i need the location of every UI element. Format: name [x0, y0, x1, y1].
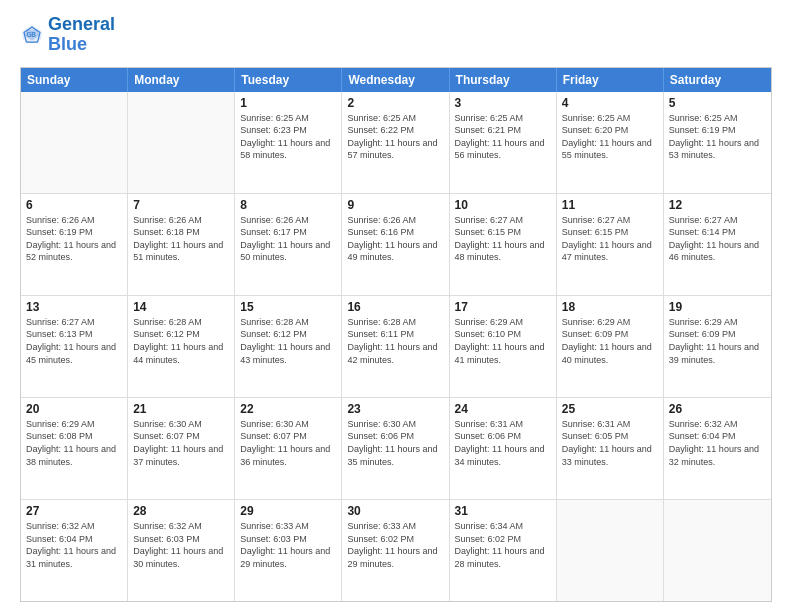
weekday-header-wednesday: Wednesday [342, 68, 449, 92]
calendar-cell: 31Sunrise: 6:34 AM Sunset: 6:02 PM Dayli… [450, 500, 557, 601]
weekday-header-tuesday: Tuesday [235, 68, 342, 92]
day-number: 9 [347, 198, 443, 212]
cell-detail: Sunrise: 6:29 AM Sunset: 6:08 PM Dayligh… [26, 418, 122, 468]
header: GB General Blue [20, 15, 772, 55]
day-number: 16 [347, 300, 443, 314]
day-number: 22 [240, 402, 336, 416]
cell-detail: Sunrise: 6:30 AM Sunset: 6:07 PM Dayligh… [240, 418, 336, 468]
day-number: 14 [133, 300, 229, 314]
calendar-cell: 23Sunrise: 6:30 AM Sunset: 6:06 PM Dayli… [342, 398, 449, 499]
day-number: 24 [455, 402, 551, 416]
day-number: 27 [26, 504, 122, 518]
cell-detail: Sunrise: 6:31 AM Sunset: 6:05 PM Dayligh… [562, 418, 658, 468]
page: GB General Blue SundayMondayTuesdayWedne… [0, 0, 792, 612]
cell-detail: Sunrise: 6:32 AM Sunset: 6:04 PM Dayligh… [669, 418, 766, 468]
cell-detail: Sunrise: 6:31 AM Sunset: 6:06 PM Dayligh… [455, 418, 551, 468]
cell-detail: Sunrise: 6:30 AM Sunset: 6:07 PM Dayligh… [133, 418, 229, 468]
calendar-cell: 11Sunrise: 6:27 AM Sunset: 6:15 PM Dayli… [557, 194, 664, 295]
cell-detail: Sunrise: 6:25 AM Sunset: 6:22 PM Dayligh… [347, 112, 443, 162]
calendar-cell: 19Sunrise: 6:29 AM Sunset: 6:09 PM Dayli… [664, 296, 771, 397]
day-number: 13 [26, 300, 122, 314]
cell-detail: Sunrise: 6:28 AM Sunset: 6:12 PM Dayligh… [133, 316, 229, 366]
calendar-cell: 27Sunrise: 6:32 AM Sunset: 6:04 PM Dayli… [21, 500, 128, 601]
calendar-cell: 14Sunrise: 6:28 AM Sunset: 6:12 PM Dayli… [128, 296, 235, 397]
calendar-cell: 26Sunrise: 6:32 AM Sunset: 6:04 PM Dayli… [664, 398, 771, 499]
cell-detail: Sunrise: 6:28 AM Sunset: 6:11 PM Dayligh… [347, 316, 443, 366]
cell-detail: Sunrise: 6:27 AM Sunset: 6:14 PM Dayligh… [669, 214, 766, 264]
calendar: SundayMondayTuesdayWednesdayThursdayFrid… [20, 67, 772, 602]
cell-detail: Sunrise: 6:32 AM Sunset: 6:03 PM Dayligh… [133, 520, 229, 570]
calendar-cell [557, 500, 664, 601]
calendar-row: 20Sunrise: 6:29 AM Sunset: 6:08 PM Dayli… [21, 398, 771, 500]
day-number: 4 [562, 96, 658, 110]
calendar-row: 6Sunrise: 6:26 AM Sunset: 6:19 PM Daylig… [21, 194, 771, 296]
calendar-cell: 15Sunrise: 6:28 AM Sunset: 6:12 PM Dayli… [235, 296, 342, 397]
calendar-cell: 8Sunrise: 6:26 AM Sunset: 6:17 PM Daylig… [235, 194, 342, 295]
calendar-cell: 6Sunrise: 6:26 AM Sunset: 6:19 PM Daylig… [21, 194, 128, 295]
day-number: 29 [240, 504, 336, 518]
cell-detail: Sunrise: 6:29 AM Sunset: 6:09 PM Dayligh… [562, 316, 658, 366]
day-number: 23 [347, 402, 443, 416]
calendar-cell: 5Sunrise: 6:25 AM Sunset: 6:19 PM Daylig… [664, 92, 771, 193]
day-number: 20 [26, 402, 122, 416]
cell-detail: Sunrise: 6:34 AM Sunset: 6:02 PM Dayligh… [455, 520, 551, 570]
calendar-cell: 2Sunrise: 6:25 AM Sunset: 6:22 PM Daylig… [342, 92, 449, 193]
calendar-cell: 4Sunrise: 6:25 AM Sunset: 6:20 PM Daylig… [557, 92, 664, 193]
cell-detail: Sunrise: 6:32 AM Sunset: 6:04 PM Dayligh… [26, 520, 122, 570]
calendar-cell: 30Sunrise: 6:33 AM Sunset: 6:02 PM Dayli… [342, 500, 449, 601]
cell-detail: Sunrise: 6:29 AM Sunset: 6:10 PM Dayligh… [455, 316, 551, 366]
cell-detail: Sunrise: 6:26 AM Sunset: 6:18 PM Dayligh… [133, 214, 229, 264]
calendar-cell: 13Sunrise: 6:27 AM Sunset: 6:13 PM Dayli… [21, 296, 128, 397]
weekday-header-thursday: Thursday [450, 68, 557, 92]
svg-text:GB: GB [26, 31, 36, 38]
day-number: 17 [455, 300, 551, 314]
day-number: 18 [562, 300, 658, 314]
calendar-cell: 18Sunrise: 6:29 AM Sunset: 6:09 PM Dayli… [557, 296, 664, 397]
cell-detail: Sunrise: 6:25 AM Sunset: 6:20 PM Dayligh… [562, 112, 658, 162]
calendar-cell: 17Sunrise: 6:29 AM Sunset: 6:10 PM Dayli… [450, 296, 557, 397]
logo-text: General Blue [48, 15, 115, 55]
calendar-cell [128, 92, 235, 193]
cell-detail: Sunrise: 6:28 AM Sunset: 6:12 PM Dayligh… [240, 316, 336, 366]
cell-detail: Sunrise: 6:25 AM Sunset: 6:23 PM Dayligh… [240, 112, 336, 162]
cell-detail: Sunrise: 6:33 AM Sunset: 6:02 PM Dayligh… [347, 520, 443, 570]
day-number: 26 [669, 402, 766, 416]
cell-detail: Sunrise: 6:27 AM Sunset: 6:15 PM Dayligh… [455, 214, 551, 264]
cell-detail: Sunrise: 6:25 AM Sunset: 6:21 PM Dayligh… [455, 112, 551, 162]
day-number: 8 [240, 198, 336, 212]
calendar-cell: 20Sunrise: 6:29 AM Sunset: 6:08 PM Dayli… [21, 398, 128, 499]
day-number: 19 [669, 300, 766, 314]
logo: GB General Blue [20, 15, 115, 55]
weekday-header-sunday: Sunday [21, 68, 128, 92]
calendar-row: 27Sunrise: 6:32 AM Sunset: 6:04 PM Dayli… [21, 500, 771, 601]
calendar-cell: 28Sunrise: 6:32 AM Sunset: 6:03 PM Dayli… [128, 500, 235, 601]
cell-detail: Sunrise: 6:25 AM Sunset: 6:19 PM Dayligh… [669, 112, 766, 162]
day-number: 12 [669, 198, 766, 212]
day-number: 11 [562, 198, 658, 212]
calendar-cell: 10Sunrise: 6:27 AM Sunset: 6:15 PM Dayli… [450, 194, 557, 295]
day-number: 15 [240, 300, 336, 314]
day-number: 31 [455, 504, 551, 518]
calendar-cell: 9Sunrise: 6:26 AM Sunset: 6:16 PM Daylig… [342, 194, 449, 295]
cell-detail: Sunrise: 6:30 AM Sunset: 6:06 PM Dayligh… [347, 418, 443, 468]
calendar-row: 1Sunrise: 6:25 AM Sunset: 6:23 PM Daylig… [21, 92, 771, 194]
day-number: 2 [347, 96, 443, 110]
calendar-row: 13Sunrise: 6:27 AM Sunset: 6:13 PM Dayli… [21, 296, 771, 398]
calendar-body: 1Sunrise: 6:25 AM Sunset: 6:23 PM Daylig… [21, 92, 771, 601]
cell-detail: Sunrise: 6:26 AM Sunset: 6:16 PM Dayligh… [347, 214, 443, 264]
day-number: 1 [240, 96, 336, 110]
weekday-header-friday: Friday [557, 68, 664, 92]
logo-icon: GB [20, 23, 44, 47]
cell-detail: Sunrise: 6:27 AM Sunset: 6:15 PM Dayligh… [562, 214, 658, 264]
calendar-cell: 21Sunrise: 6:30 AM Sunset: 6:07 PM Dayli… [128, 398, 235, 499]
calendar-cell: 7Sunrise: 6:26 AM Sunset: 6:18 PM Daylig… [128, 194, 235, 295]
cell-detail: Sunrise: 6:26 AM Sunset: 6:17 PM Dayligh… [240, 214, 336, 264]
day-number: 5 [669, 96, 766, 110]
calendar-cell: 29Sunrise: 6:33 AM Sunset: 6:03 PM Dayli… [235, 500, 342, 601]
day-number: 10 [455, 198, 551, 212]
calendar-cell: 1Sunrise: 6:25 AM Sunset: 6:23 PM Daylig… [235, 92, 342, 193]
calendar-cell: 12Sunrise: 6:27 AM Sunset: 6:14 PM Dayli… [664, 194, 771, 295]
cell-detail: Sunrise: 6:33 AM Sunset: 6:03 PM Dayligh… [240, 520, 336, 570]
calendar-header: SundayMondayTuesdayWednesdayThursdayFrid… [21, 68, 771, 92]
day-number: 21 [133, 402, 229, 416]
